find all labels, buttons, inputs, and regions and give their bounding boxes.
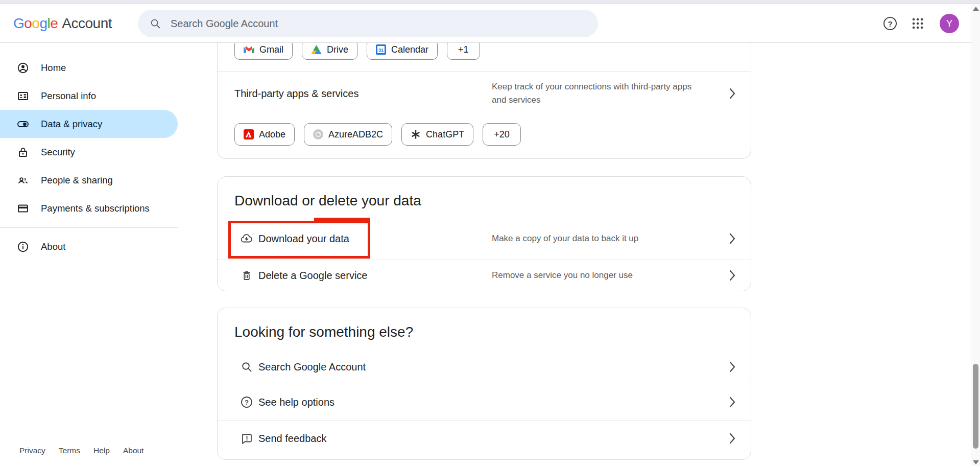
sidebar-item-data-privacy[interactable]: Data & privacy bbox=[0, 110, 178, 138]
card-title: Looking for something else? bbox=[234, 323, 751, 341]
row-label: Delete a Google service bbox=[258, 270, 367, 282]
chevron-right-icon bbox=[729, 88, 735, 99]
row-label: Download your data bbox=[258, 233, 349, 245]
row-label: See help options bbox=[258, 397, 334, 408]
sidebar-item-label: Security bbox=[41, 147, 75, 158]
search-input[interactable]: Search Google Account bbox=[138, 10, 598, 37]
sidebar-item-label: Payments & subscriptions bbox=[41, 203, 150, 214]
sidebar-item-label: Home bbox=[41, 62, 66, 74]
row-description: Make a copy of your data to back it up bbox=[492, 232, 727, 245]
footer-link-privacy[interactable]: Privacy bbox=[19, 446, 45, 455]
sidebar-item-label: Personal info bbox=[41, 90, 96, 102]
chip-label: Calendar bbox=[391, 44, 428, 55]
chip-drive[interactable]: Drive bbox=[302, 43, 357, 60]
chip-label: Drive bbox=[327, 44, 348, 55]
google-wordmark: Google bbox=[13, 15, 58, 32]
chip-azureadb2c[interactable]: AzureADB2C bbox=[304, 123, 392, 146]
google-apps-grid-button[interactable] bbox=[909, 14, 927, 33]
avatar-initial: Y bbox=[946, 18, 953, 29]
drive-icon bbox=[311, 45, 322, 54]
svg-text:?: ? bbox=[888, 19, 892, 28]
chip-label: +20 bbox=[494, 129, 510, 140]
row-label: Send feedback bbox=[258, 433, 326, 445]
info-icon bbox=[17, 241, 29, 253]
scroll-down-arrow[interactable] bbox=[973, 460, 979, 464]
footer-link-help[interactable]: Help bbox=[93, 446, 110, 455]
window-top-strip bbox=[0, 0, 980, 4]
scrollbar-thumb[interactable] bbox=[973, 364, 978, 449]
sidebar-nav: Home Personal info Data & privacy bbox=[0, 43, 178, 261]
row-description: Keep track of your connections with thir… bbox=[492, 80, 706, 107]
chip-label: Adobe bbox=[259, 129, 285, 140]
feedback-icon bbox=[240, 432, 253, 445]
sidebar-item-label: About bbox=[41, 241, 65, 252]
app-header: Google Account Search Google Account ? Y bbox=[0, 4, 971, 43]
chevron-right-icon bbox=[729, 361, 735, 372]
question-circle-icon: ? bbox=[882, 16, 898, 31]
download-your-data-row[interactable]: Download your data Make a copy of your d… bbox=[218, 218, 751, 260]
sidebar-item-label: Data & privacy bbox=[41, 119, 102, 130]
sidebar-item-security[interactable]: Security bbox=[0, 138, 178, 166]
google-apps-chip-row: Gmail Drive 31 Calendar +1 bbox=[234, 43, 751, 60]
chip-adobe[interactable]: Adobe bbox=[234, 123, 295, 146]
see-help-options-row[interactable]: ? See help options bbox=[218, 384, 751, 420]
search-placeholder: Search Google Account bbox=[171, 18, 278, 30]
vertical-scrollbar[interactable] bbox=[971, 4, 980, 466]
search-icon bbox=[240, 360, 253, 374]
trash-icon bbox=[240, 269, 253, 282]
chevron-right-icon bbox=[729, 233, 735, 244]
credit-card-icon bbox=[17, 202, 29, 215]
cloud-download-icon bbox=[240, 232, 253, 245]
footer-link-about[interactable]: About bbox=[123, 446, 144, 455]
lock-icon bbox=[17, 146, 29, 158]
people-icon bbox=[17, 174, 29, 187]
apps-grid-icon bbox=[911, 17, 924, 30]
svg-text:?: ? bbox=[245, 399, 249, 406]
contact-card-icon bbox=[17, 90, 29, 102]
scroll-up-arrow[interactable] bbox=[973, 7, 979, 11]
chip-more-apps[interactable]: +1 bbox=[447, 43, 480, 60]
account-avatar[interactable]: Y bbox=[940, 14, 959, 33]
sidebar-item-payments[interactable]: Payments & subscriptions bbox=[0, 194, 178, 222]
chip-label: +1 bbox=[458, 44, 469, 55]
footer-link-terms[interactable]: Terms bbox=[59, 446, 80, 455]
help-button[interactable]: ? bbox=[881, 14, 899, 33]
main-content: Gmail Drive 31 Calendar +1 bbox=[217, 43, 751, 460]
delete-google-service-row[interactable]: Delete a Google service Remove a service… bbox=[218, 260, 751, 291]
adobe-icon bbox=[244, 129, 254, 139]
google-account-logo[interactable]: Google Account bbox=[13, 15, 112, 32]
calendar-icon: 31 bbox=[376, 44, 386, 55]
row-label: Search Google Account bbox=[258, 361, 366, 373]
looking-for-something-else-card: Looking for something else? Search Googl… bbox=[217, 308, 751, 460]
connected-apps-card: Gmail Drive 31 Calendar +1 bbox=[217, 43, 751, 159]
third-party-apps-row[interactable]: Third-party apps & services Keep track o… bbox=[218, 72, 751, 115]
chatgpt-icon bbox=[411, 129, 421, 139]
sidebar-item-personal-info[interactable]: Personal info bbox=[0, 82, 178, 110]
account-circle-icon bbox=[17, 62, 29, 74]
toggle-icon bbox=[17, 118, 29, 130]
third-party-chip-row: Adobe AzureADB2C ChatGPT bbox=[234, 123, 751, 146]
sidebar-divider bbox=[0, 227, 178, 228]
logo-product-label: Account bbox=[62, 15, 112, 32]
chip-gmail[interactable]: Gmail bbox=[234, 43, 293, 60]
azure-adb2c-icon bbox=[313, 129, 323, 139]
search-google-account-row[interactable]: Search Google Account bbox=[218, 350, 751, 384]
chip-more-third-party[interactable]: +20 bbox=[483, 123, 521, 146]
help-circle-icon: ? bbox=[240, 395, 253, 409]
sidebar-item-label: People & sharing bbox=[41, 175, 113, 186]
gmail-icon bbox=[244, 45, 254, 54]
search-icon bbox=[150, 18, 161, 29]
chip-calendar[interactable]: 31 Calendar bbox=[367, 43, 438, 60]
chip-label: Gmail bbox=[259, 44, 283, 55]
chip-label: ChatGPT bbox=[426, 129, 464, 140]
download-delete-card: Download or delete your data Download yo… bbox=[217, 176, 751, 291]
card-title: Download or delete your data bbox=[234, 192, 751, 209]
chevron-right-icon bbox=[729, 270, 735, 281]
send-feedback-row[interactable]: Send feedback bbox=[218, 421, 751, 456]
sidebar-item-people-sharing[interactable]: People & sharing bbox=[0, 166, 178, 194]
svg-text:31: 31 bbox=[378, 48, 384, 53]
sidebar-item-about[interactable]: About bbox=[0, 232, 178, 261]
chip-chatgpt[interactable]: ChatGPT bbox=[401, 123, 473, 146]
chip-label: AzureADB2C bbox=[328, 129, 383, 140]
sidebar-item-home[interactable]: Home bbox=[0, 54, 178, 82]
